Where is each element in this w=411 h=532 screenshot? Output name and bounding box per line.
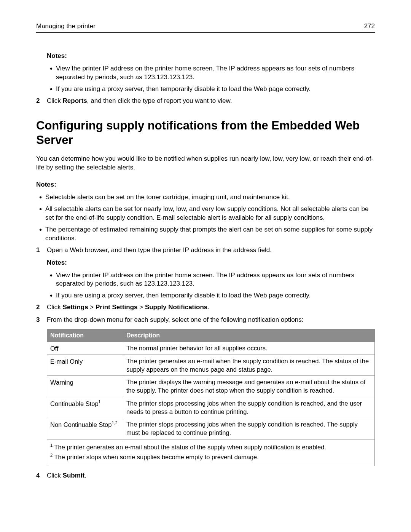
step-number: 2 bbox=[36, 97, 47, 105]
table-row: Non Continuable Stop1,2 The printer stop… bbox=[47, 418, 375, 439]
step-3: 3 From the drop-down menu for each suppl… bbox=[36, 316, 375, 324]
notes-list: View the printer IP address on the print… bbox=[47, 271, 375, 300]
step-body: From the drop-down menu for each supply,… bbox=[47, 316, 375, 324]
step-body: Click Settings > Print Settings > Supply… bbox=[47, 303, 375, 312]
table-header-description: Description bbox=[123, 329, 375, 342]
list-item: If you are using a proxy server, then te… bbox=[56, 85, 375, 94]
header-title: Managing the printer bbox=[36, 22, 96, 31]
notes-list: View the printer IP address on the print… bbox=[47, 64, 375, 94]
notes-label: Notes: bbox=[47, 259, 375, 267]
step-4: 4 Click Submit. bbox=[36, 471, 375, 480]
step-number: 3 bbox=[36, 316, 47, 324]
step-body: Open a Web browser, and then type the pr… bbox=[47, 246, 375, 255]
step-number: 4 bbox=[36, 471, 47, 480]
notification-table: Notification Description Off The normal … bbox=[47, 329, 375, 439]
step-2: 2 Click Settings > Print Settings > Supp… bbox=[36, 303, 375, 312]
list-item: The percentage of estimated remaining su… bbox=[45, 225, 375, 243]
page-number: 272 bbox=[364, 22, 375, 31]
table-row: Off The normal printer behavior for all … bbox=[47, 342, 375, 355]
notes-label: Notes: bbox=[47, 52, 375, 61]
list-item: All selectable alerts can be set for nea… bbox=[45, 205, 375, 222]
table-row: Continuable Stop1 The printer stops proc… bbox=[47, 397, 375, 418]
notes-list: Selectable alerts can be set on the tone… bbox=[36, 193, 375, 243]
table-row: E-mail Only The printer generates an e-m… bbox=[47, 355, 375, 376]
step-number: 2 bbox=[36, 303, 47, 312]
list-item: View the printer IP address on the print… bbox=[56, 271, 375, 289]
table-header-notification: Notification bbox=[47, 329, 123, 342]
list-item: View the printer IP address on the print… bbox=[56, 64, 375, 82]
step-2-top: 2 Click Reports, and then click the type… bbox=[36, 97, 375, 105]
step-number: 1 bbox=[36, 246, 47, 255]
list-item: If you are using a proxy server, then te… bbox=[56, 291, 375, 300]
table-footnotes: 1 The printer generates an e-mail about … bbox=[47, 439, 375, 466]
notes-label: Notes: bbox=[36, 181, 375, 189]
table-row: Warning The printer displays the warning… bbox=[47, 376, 375, 397]
intro-paragraph: You can determine how you would like to … bbox=[36, 155, 375, 172]
page-header: Managing the printer 272 bbox=[36, 22, 375, 33]
section-heading: Configuring supply notifications from th… bbox=[36, 118, 375, 148]
step-1: 1 Open a Web browser, and then type the … bbox=[36, 246, 375, 255]
step-body: Click Reports, and then click the type o… bbox=[47, 97, 375, 105]
list-item: Selectable alerts can be set on the tone… bbox=[45, 193, 375, 202]
step-body: Click Submit. bbox=[47, 471, 375, 480]
